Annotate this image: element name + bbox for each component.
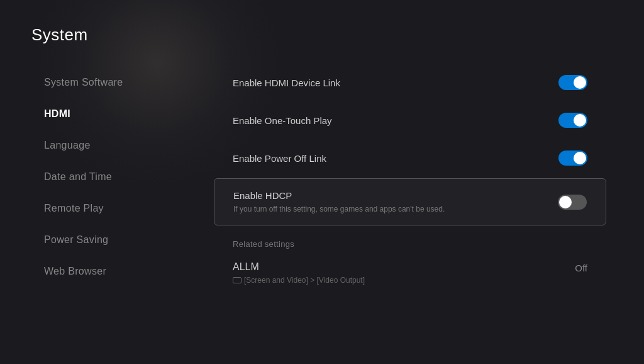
one-touch-play-row: Enable One-Touch Play bbox=[214, 101, 606, 139]
hdmi-device-link-row: Enable HDMI Device Link bbox=[214, 64, 606, 101]
sidebar-item-hdmi[interactable]: HDMI bbox=[31, 98, 201, 130]
power-off-link-toggle[interactable] bbox=[558, 151, 587, 166]
allm-left: ALLM [Screen and Video] > [Video Output] bbox=[233, 261, 365, 285]
sidebar-item-system-software[interactable]: System Software bbox=[31, 67, 201, 98]
one-touch-play-label: Enable One-Touch Play bbox=[233, 115, 332, 126]
page-title: System bbox=[31, 25, 644, 45]
sidebar-item-web-browser[interactable]: Web Browser bbox=[31, 256, 201, 287]
hdcp-subtitle: If you turn off this setting, some games… bbox=[233, 205, 445, 213]
one-touch-play-toggle[interactable] bbox=[558, 113, 587, 128]
content-area: Enable HDMI Device Link Enable One-Touch… bbox=[201, 64, 644, 364]
hdmi-device-link-toggle[interactable] bbox=[558, 75, 587, 90]
sidebar-item-language[interactable]: Language bbox=[31, 130, 201, 161]
sidebar-item-power-saving[interactable]: Power Saving bbox=[31, 224, 201, 256]
hdmi-device-link-label: Enable HDMI Device Link bbox=[233, 77, 340, 88]
sidebar: System Software HDMI Language Date and T… bbox=[31, 64, 201, 364]
page-container: System System Software HDMI Language Dat… bbox=[0, 0, 644, 364]
sidebar-item-remote-play[interactable]: Remote Play bbox=[31, 193, 201, 224]
allm-value: Off bbox=[575, 263, 587, 273]
hdcp-toggle[interactable] bbox=[558, 195, 587, 210]
allm-title: ALLM bbox=[233, 261, 365, 273]
hdcp-box: Enable HDCP If you turn off this setting… bbox=[214, 178, 606, 225]
power-off-link-label: Enable Power Off Link bbox=[233, 153, 326, 164]
related-settings-label: Related settings bbox=[214, 227, 606, 255]
allm-path-text: [Screen and Video] > [Video Output] bbox=[244, 276, 365, 285]
allm-path: [Screen and Video] > [Video Output] bbox=[233, 276, 365, 285]
hdcp-text-block: Enable HDCP If you turn off this setting… bbox=[233, 190, 445, 213]
sidebar-item-date-and-time[interactable]: Date and Time bbox=[31, 161, 201, 193]
screen-icon bbox=[233, 277, 242, 283]
power-off-link-row: Enable Power Off Link bbox=[214, 139, 606, 177]
allm-row[interactable]: ALLM [Screen and Video] > [Video Output]… bbox=[214, 255, 606, 291]
hdcp-label: Enable HDCP bbox=[233, 190, 445, 201]
main-layout: System Software HDMI Language Date and T… bbox=[31, 64, 644, 364]
